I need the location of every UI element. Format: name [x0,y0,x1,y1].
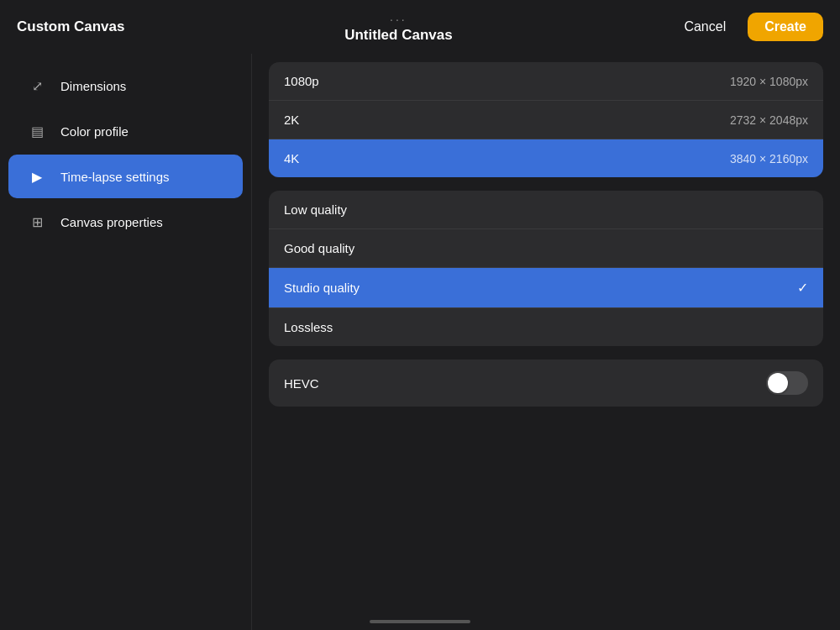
top-center: ... Untitled Canvas [344,10,452,44]
resolution-value: 1920 × 1080px [730,75,808,88]
dots-icon: ... [390,10,407,24]
resolution-option-1080p[interactable]: 1080p 1920 × 1080px [269,62,823,101]
resolution-option-4k[interactable]: 4K 3840 × 2160px [269,139,823,177]
canvas-title: Untitled Canvas [344,27,452,44]
content-area: 1080p 1920 × 1080px 2K 2732 × 2048px 4K … [252,54,840,630]
sidebar-item-label: Time-lapse settings [60,170,170,184]
timelapse-icon: ▶ [25,165,49,188]
main-layout: ⤢ Dimensions ▤ Color profile ▶ Time-laps… [0,54,840,630]
app-title: Custom Canvas [17,18,124,35]
sidebar-item-label: Color profile [60,124,129,139]
resolution-option-2k[interactable]: 2K 2732 × 2048px [269,101,823,139]
quality-option-low[interactable]: Low quality [269,191,823,229]
sidebar-item-timelapse[interactable]: ▶ Time-lapse settings [8,155,243,198]
canvas-properties-icon: ⊞ [25,210,49,234]
sidebar: ⤢ Dimensions ▤ Color profile ▶ Time-laps… [0,54,252,630]
hevc-toggle[interactable] [766,371,808,395]
quality-label: Studio quality [284,281,360,295]
quality-label: Good quality [284,241,354,255]
toggle-knob [768,373,788,393]
quality-option-lossless[interactable]: Lossless [269,308,823,346]
quality-label: Lossless [284,320,333,334]
top-bar: Custom Canvas ... Untitled Canvas Cancel… [0,0,840,54]
resolution-label: 1080p [284,74,319,88]
resolution-label: 2K [284,113,299,127]
resolution-value: 2732 × 2048px [730,113,808,127]
resolution-list: 1080p 1920 × 1080px 2K 2732 × 2048px 4K … [269,62,823,177]
sidebar-item-color-profile[interactable]: ▤ Color profile [8,109,243,153]
sidebar-item-label: Canvas properties [60,215,163,229]
quality-option-good[interactable]: Good quality [269,229,823,268]
quality-label: Low quality [284,202,347,217]
checkmark-icon: ✓ [797,280,808,296]
sidebar-item-canvas-properties[interactable]: ⊞ Canvas properties [8,200,243,244]
top-actions: Cancel Create [672,13,823,41]
quality-list: Low quality Good quality Studio quality … [269,191,823,346]
bottom-indicator [370,620,470,623]
hevc-row: HEVC [269,360,823,407]
resolution-value: 3840 × 2160px [730,152,808,165]
sidebar-item-label: Dimensions [60,79,126,93]
hevc-section: HEVC [269,360,823,407]
resolution-label: 4K [284,151,299,165]
color-profile-icon: ▤ [25,119,49,143]
hevc-label: HEVC [284,376,319,391]
create-button[interactable]: Create [748,13,823,41]
sidebar-item-dimensions[interactable]: ⤢ Dimensions [8,64,243,108]
quality-option-studio[interactable]: Studio quality ✓ [269,268,823,308]
cancel-button[interactable]: Cancel [672,13,738,41]
dimensions-icon: ⤢ [25,74,49,97]
